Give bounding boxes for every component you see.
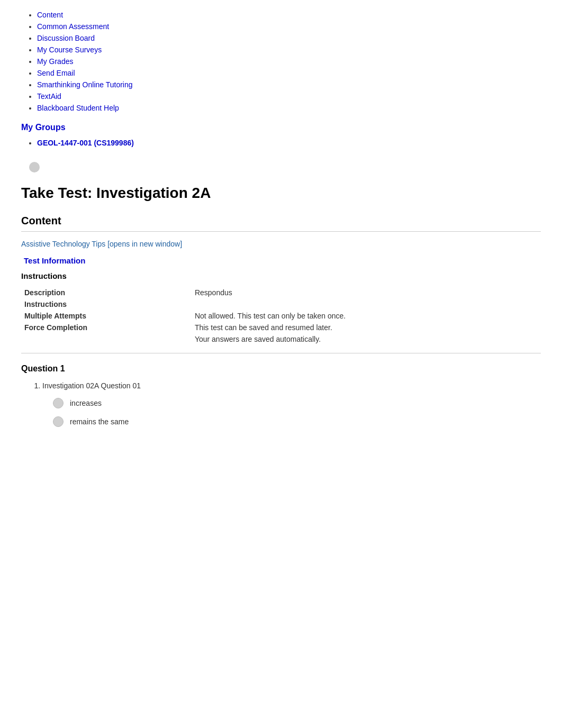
- nav-link-content[interactable]: Content: [37, 11, 63, 19]
- assistive-technology-link[interactable]: Assistive Technology Tips [opens in new …: [21, 240, 541, 248]
- section-divider: [21, 353, 541, 353]
- radio-increases[interactable]: [53, 398, 64, 408]
- group-link[interactable]: GEOL-1447-001 (CS199986): [37, 139, 134, 147]
- nav-link-textaid[interactable]: TextAid: [37, 92, 61, 101]
- answer-option-increases[interactable]: increases: [53, 398, 541, 408]
- nav-link-common-assessment[interactable]: Common Assessment: [37, 22, 109, 31]
- test-information-heading: Test Information: [21, 256, 541, 265]
- groups-list: GEOL-1447-001 (CS199986): [21, 139, 541, 147]
- question1-item: Investigation 02A Question 01 increases …: [42, 381, 541, 427]
- answer-option-remains[interactable]: remains the same: [53, 416, 541, 427]
- nav-link-my-course-surveys[interactable]: My Course Surveys: [37, 46, 102, 54]
- table-row-auto-save: Your answers are saved automatically.: [21, 333, 541, 345]
- question1-section: Question 1 Investigation 02A Question 01…: [21, 364, 541, 427]
- nav-link-send-email[interactable]: Send Email: [37, 69, 75, 77]
- multiple-attempts-value: Not allowed. This test can only be taken…: [192, 310, 541, 322]
- nav-item-smarthinking[interactable]: Smarthinking Online Tutoring: [37, 80, 541, 89]
- loading-spinner: [29, 162, 40, 172]
- force-completion-value: This test can be saved and resumed later…: [192, 322, 541, 333]
- group-item[interactable]: GEOL-1447-001 (CS199986): [37, 139, 541, 147]
- nav-item-blackboard-help[interactable]: Blackboard Student Help: [37, 104, 541, 112]
- auto-save-value: Your answers are saved automatically.: [192, 333, 541, 345]
- my-groups-heading: My Groups: [21, 123, 541, 132]
- nav-list: Content Common Assessment Discussion Boa…: [21, 11, 541, 112]
- nav-link-my-grades[interactable]: My Grades: [37, 57, 73, 66]
- nav-link-discussion-board[interactable]: Discussion Board: [37, 34, 95, 42]
- instructions-label: Instructions: [21, 298, 192, 310]
- nav-item-discussion-board[interactable]: Discussion Board: [37, 34, 541, 42]
- test-information-section: Test Information Instructions Descriptio…: [21, 256, 541, 353]
- description-value: Respondus: [192, 287, 541, 298]
- test-info-table: Description Respondus Instructions Multi…: [21, 287, 541, 345]
- question1-text: Investigation 02A Question 01: [42, 381, 141, 390]
- nav-item-textaid[interactable]: TextAid: [37, 92, 541, 101]
- content-section: Content Assistive Technology Tips [opens…: [21, 215, 541, 427]
- force-completion-label: Force Completion: [21, 322, 192, 333]
- nav-link-smarthinking[interactable]: Smarthinking Online Tutoring: [37, 80, 133, 89]
- nav-link-blackboard-help[interactable]: Blackboard Student Help: [37, 104, 119, 112]
- answer-remains-text: remains the same: [70, 417, 129, 426]
- nav-item-my-grades[interactable]: My Grades: [37, 57, 541, 66]
- page-title: Take Test: Investigation 2A: [21, 185, 541, 202]
- content-heading: Content: [21, 215, 541, 232]
- multiple-attempts-label: Multiple Attempts: [21, 310, 192, 322]
- table-row-description: Description Respondus: [21, 287, 541, 298]
- nav-item-content[interactable]: Content: [37, 11, 541, 19]
- answer-increases-text: increases: [70, 399, 102, 407]
- table-row-instructions: Instructions: [21, 298, 541, 310]
- table-row-force-completion: Force Completion This test can be saved …: [21, 322, 541, 333]
- radio-remains[interactable]: [53, 416, 64, 427]
- instructions-heading: Instructions: [21, 271, 541, 280]
- nav-item-common-assessment[interactable]: Common Assessment: [37, 22, 541, 31]
- description-label: Description: [21, 287, 192, 298]
- question1-heading: Question 1: [21, 364, 541, 374]
- table-row-multiple-attempts: Multiple Attempts Not allowed. This test…: [21, 310, 541, 322]
- nav-item-send-email[interactable]: Send Email: [37, 69, 541, 77]
- nav-item-my-course-surveys[interactable]: My Course Surveys: [37, 46, 541, 54]
- question-list: Investigation 02A Question 01 increases …: [21, 381, 541, 427]
- instructions-value: [192, 298, 541, 310]
